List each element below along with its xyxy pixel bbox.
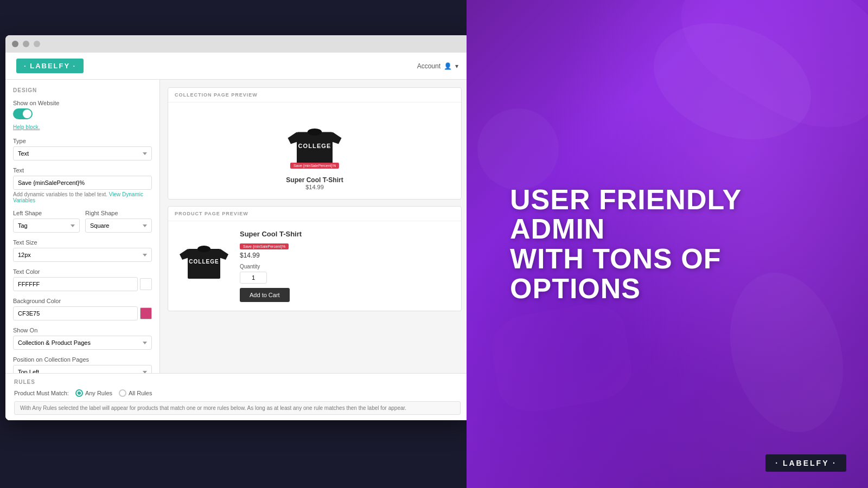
account-icon: 👤: [444, 62, 452, 70]
collection-label-badge: Save {minSalePercent}%: [290, 163, 339, 169]
right-shape-select[interactable]: Square Round: [85, 219, 152, 233]
product-must-match-label: Product Must Match:: [14, 390, 69, 396]
collection-product-price: $14.99: [277, 184, 353, 190]
right-shape-label: Right Shape: [85, 210, 152, 216]
svg-point-1: [308, 129, 322, 136]
show-on-select[interactable]: Collection & Product Pages Collection Pa…: [13, 336, 152, 350]
window-maximize-btn[interactable]: [34, 41, 40, 47]
all-rules-label: All Rules: [129, 390, 152, 396]
text-size-select[interactable]: 12px 10px 14px: [13, 248, 152, 262]
collection-product-image: COLLEGE Save {minSalePercent}%: [285, 111, 344, 173]
app-logo: · LABELFY ·: [16, 59, 84, 73]
text-color-group: Text Color: [13, 268, 152, 291]
bg-color-input[interactable]: [13, 306, 138, 320]
text-color-label: Text Color: [13, 268, 152, 275]
marketing-headline-line1: USER FRIENDLY ADMIN: [510, 185, 825, 244]
text-color-input[interactable]: [13, 277, 138, 291]
design-panel: DESIGN Show on Website Help block. Type: [5, 80, 160, 373]
bottom-logo: · LABELFY ·: [765, 454, 846, 472]
collection-product-card: COLLEGE Save {minSalePercent}% Super Coo…: [277, 111, 353, 190]
quantity-input[interactable]: [240, 272, 267, 284]
bg-color-group: Background Color: [13, 298, 152, 320]
marketing-panel: USER FRIENDLY ADMIN WITH TONS OF OPTIONS…: [467, 0, 868, 488]
text-color-container: [13, 277, 152, 291]
position-select[interactable]: Top Left Top Right Bottom Left: [13, 365, 152, 373]
bg-color-container: [13, 306, 152, 320]
show-on-website-group: Show on Website Help block.: [13, 100, 152, 131]
show-on-website-label: Show on Website: [13, 100, 152, 106]
rules-info-text: With Any Rules selected the label will a…: [14, 401, 461, 415]
product-page-tshirt-svg: COLLEGE: [177, 230, 231, 284]
any-rules-option[interactable]: Any Rules: [75, 389, 112, 397]
window-titlebar: [5, 35, 469, 53]
text-input[interactable]: [13, 176, 152, 190]
text-size-group: Text Size 12px 10px 14px: [13, 239, 152, 262]
rules-match-container: Product Must Match: Any Rules All Rules: [14, 389, 461, 397]
product-preview-body: COLLEGE Super Cool T-Shirt Save {minSale…: [168, 221, 461, 311]
window-content: · LABELFY · Account 👤 ▾ DESIGN Show on W…: [5, 53, 469, 420]
splatter-3: [477, 108, 559, 190]
svg-text:COLLEGE: COLLEGE: [189, 259, 219, 265]
all-rules-option[interactable]: All Rules: [119, 389, 152, 397]
design-section-title: DESIGN: [13, 87, 152, 93]
all-rules-radio[interactable]: [119, 389, 126, 397]
product-page-image: COLLEGE: [177, 230, 231, 286]
product-preview-section: PRODUCT PAGE PREVIEW COLLEGE: [168, 206, 462, 311]
dynamic-help-text: Add dynamic variables to the label text.…: [13, 191, 152, 203]
any-rules-label: Any Rules: [85, 390, 112, 396]
text-label: Text: [13, 167, 152, 174]
product-page-layout: COLLEGE Super Cool T-Shirt Save {minSale…: [177, 230, 452, 302]
text-size-label: Text Size: [13, 239, 152, 246]
account-label: Account: [417, 62, 441, 70]
text-color-swatch[interactable]: [140, 278, 152, 290]
product-page-name: Super Cool T-Shirt: [240, 230, 452, 238]
preview-panel: COLLECTION PAGE PREVIEW: [160, 80, 469, 373]
add-to-cart-button[interactable]: Add to Cart: [240, 288, 290, 302]
right-shape-col: Right Shape Square Round: [85, 210, 152, 233]
type-label: Type: [13, 138, 152, 144]
marketing-headline-line2: WITH TONS OF OPTIONS: [510, 244, 825, 303]
show-on-label: Show On: [13, 327, 152, 333]
marketing-text: USER FRIENDLY ADMIN WITH TONS OF OPTIONS: [510, 185, 825, 303]
show-on-website-toggle[interactable]: [13, 108, 33, 119]
app-header: · LABELFY · Account 👤 ▾: [5, 53, 469, 80]
tshirt-svg: COLLEGE: [285, 111, 344, 171]
window-close-btn[interactable]: [12, 41, 18, 47]
product-page-price: $14.99: [240, 252, 452, 259]
left-shape-select[interactable]: Tag Square: [13, 219, 80, 233]
app-container: · LABELFY · Account 👤 ▾ DESIGN Show on W…: [0, 0, 467, 488]
window-minimize-btn[interactable]: [23, 41, 29, 47]
show-on-group: Show On Collection & Product Pages Colle…: [13, 327, 152, 350]
main-content: DESIGN Show on Website Help block. Type: [5, 80, 469, 373]
app-window: · LABELFY · Account 👤 ▾ DESIGN Show on W…: [5, 35, 469, 420]
bg-color-swatch[interactable]: [140, 307, 152, 319]
bg-color-label: Background Color: [13, 298, 152, 304]
position-group: Position on Collection Pages Top Left To…: [13, 356, 152, 373]
type-group: Type Text Image: [13, 138, 152, 160]
show-on-website-toggle-container: [13, 108, 152, 119]
any-rules-radio[interactable]: [75, 389, 83, 397]
account-button[interactable]: Account 👤 ▾: [417, 62, 458, 70]
account-chevron-icon: ▾: [455, 62, 458, 70]
shape-row: Left Shape Tag Square Right Shape Square…: [13, 210, 152, 233]
rules-title: RULES: [14, 379, 461, 385]
text-group: Text Add dynamic variables to the label …: [13, 167, 152, 203]
left-shape-col: Left Shape Tag Square: [13, 210, 80, 233]
collection-preview-section: COLLECTION PAGE PREVIEW: [168, 87, 462, 200]
svg-point-6: [197, 246, 210, 252]
type-select[interactable]: Text Image: [13, 146, 152, 160]
svg-text:COLLEGE: COLLEGE: [298, 143, 331, 149]
left-shape-label: Left Shape: [13, 210, 80, 216]
collection-preview-header: COLLECTION PAGE PREVIEW: [168, 88, 461, 102]
dynamic-variables-link[interactable]: View Dynamic Variables: [13, 191, 143, 203]
collection-preview-content: COLLEGE Save {minSalePercent}% Super Coo…: [177, 111, 452, 190]
help-link[interactable]: Help block.: [13, 124, 40, 130]
splatter-5: [486, 298, 636, 418]
product-label-badge: Save {minSalePercent}%: [240, 243, 289, 249]
collection-preview-body: COLLEGE Save {minSalePercent}% Super Coo…: [168, 102, 461, 199]
rules-panel: RULES Product Must Match: Any Rules All …: [5, 373, 469, 420]
collection-product-name: Super Cool T-Shirt: [277, 176, 353, 184]
quantity-label: Quantity: [240, 264, 452, 269]
product-preview-header: PRODUCT PAGE PREVIEW: [168, 207, 461, 221]
position-label: Position on Collection Pages: [13, 356, 152, 363]
